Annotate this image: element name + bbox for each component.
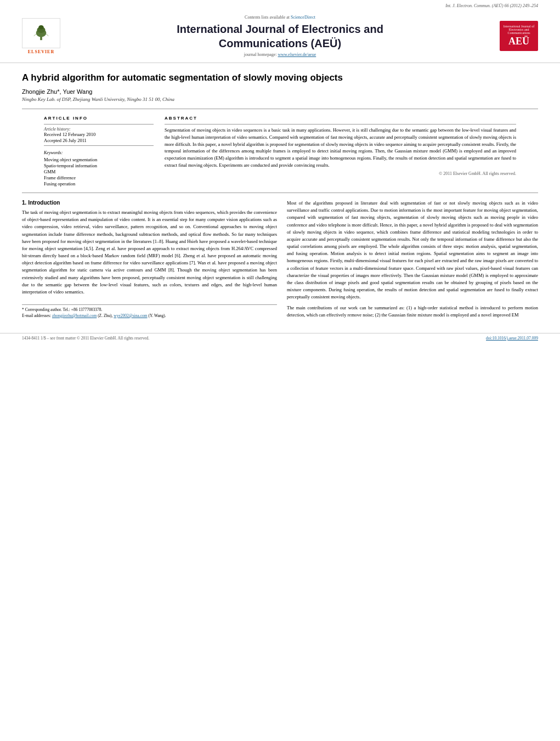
article-main-title: A hybrid algorithm for automatic segment… [22,72,538,84]
journal-branding: ELSEVIER Contents lists available at Sci… [22,10,538,60]
left-col: 1. Introduction The task of moving objec… [22,200,277,322]
keywords-header: Keywords: [44,150,154,155]
copyright: © 2011 Elsevier GmbH. All rights reserve… [165,171,516,176]
divider-3 [165,124,516,125]
article-history-label: Article history: [44,127,154,132]
doi-link[interactable]: doi:10.1016/j.aeue.2011.07.009 [486,336,538,341]
accepted-date: Accepted 26 July 2011 [44,138,154,143]
divider-2 [44,145,154,146]
intro-heading: 1. Introduction [22,200,277,206]
sciencedirect-label: Contents lists available at [245,15,290,20]
journal-homepage: journal homepage: www.elsevier.de/aeue [71,52,489,57]
journal-ref: Int. J. Electron. Commun. (AEÜ) 66 (2012… [22,3,538,8]
journal-header: Int. J. Electron. Commun. (AEÜ) 66 (2012… [0,0,560,63]
abstract-text: Segmentation of moving objects in video … [165,127,516,169]
intro-left-para1: The task of moving object segmentation i… [22,209,277,296]
authors: Zhongjie Zhu*, Yuer Wang [22,88,538,95]
elsevier-text: ELSEVIER [28,49,54,54]
email1-link[interactable]: zhongjiezhu@hotmail.com [52,313,97,318]
article-info-col: ARTICLE INFO Article history: Received 1… [44,112,154,187]
keyword-4: Frame difference [44,175,154,180]
abstract-col: ABSTRACT Segmentation of moving objects … [165,112,516,187]
svg-line-4 [34,34,36,36]
authors-text: Zhongjie Zhu*, Yuer Wang [22,88,92,95]
elsevier-tree-icon [30,25,52,41]
sciencedirect-link[interactable]: ScienceDirect [291,15,315,20]
footnote-section: * Corresponding author. Tel.: +86 137770… [22,304,277,319]
homepage-link[interactable]: www.elsevier.de/aeue [278,52,316,57]
title-authors-block: A hybrid algorithm for automatic segment… [0,63,560,109]
keyword-1: Moving object segmentation [44,157,154,162]
journal-main-title: International Journal of Electronics and… [71,22,489,50]
affiliation: Ningbo Key Lab. of DSP, Zhejiang Wanli U… [22,97,538,102]
email2-link[interactable]: wye2002@sina.com [114,313,147,318]
info-abstract-wrapper: ARTICLE INFO Article history: Received 1… [22,109,538,193]
article-info-header: ARTICLE INFO [44,116,154,121]
svg-line-5 [46,34,48,36]
elsevier-logo-box [22,18,60,48]
keyword-2: Spatio-temporal information [44,163,154,168]
keyword-3: GMM [44,169,154,174]
keyword-5: Fusing operation [44,181,154,186]
intro-right-para2: The main contributions of our work can b… [287,304,538,319]
elsevier-logo: ELSEVIER [22,18,60,54]
abstract-header: ABSTRACT [165,116,516,121]
footer-doi: doi:10.1016/j.aeue.2011.07.009 [486,336,538,341]
footer-bar: 1434-8411 1/$ – see front matter © 2011 … [0,333,560,343]
right-col: Most of the algorithms proposed in liter… [287,200,538,322]
page-container: Int. J. Electron. Commun. (AEÜ) 66 (2012… [0,0,560,741]
footnote-email: E-mail addresses: zhongjiezhu@hotmail.co… [22,313,277,319]
journal-logo-right: International Journal of Electronics and… [500,21,538,51]
sciencedirect-line: Contents lists available at ScienceDirec… [71,15,489,20]
body-content: 1. Introduction The task of moving objec… [0,193,560,329]
footnote-corresponding: * Corresponding author. Tel.: +86 137770… [22,307,277,313]
journal-title-center: Contents lists available at ScienceDirec… [60,15,500,57]
intro-right-para1: Most of the algorithms proposed in liter… [287,200,538,301]
footer-issn: 1434-8411 1/$ – see front matter © 2011 … [22,336,149,341]
received-date: Received 12 February 2010 [44,132,154,137]
svg-point-3 [38,25,43,30]
divider-1 [44,124,154,125]
